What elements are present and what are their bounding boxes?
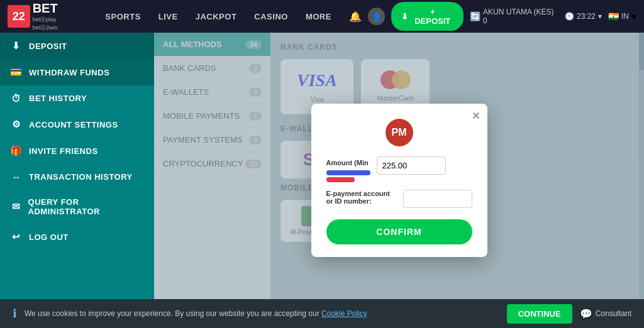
logo[interactable]: 22 BET betⒶplay betⒶ2win (8, 1, 82, 32)
chevron-down-icon[interactable]: ▾ (598, 12, 602, 21)
user-avatar[interactable]: 👤 (368, 8, 385, 25)
transfer-icon: ↔ (10, 172, 23, 182)
sidebar-item-invite-friends[interactable]: 🎁 INVITE FRIENDS (0, 138, 154, 164)
sidebar-item-withdraw[interactable]: 💳 WITHDRAW FUNDS (0, 59, 154, 85)
mail-icon: ✉ (10, 201, 22, 212)
pm-logo: PM (386, 119, 413, 146)
amount-bar-1 (326, 170, 370, 175)
sidebar-item-deposit[interactable]: ⬇ DEPOSIT (0, 33, 154, 59)
logout-icon: ↩ (10, 231, 23, 243)
gift-icon: 🎁 (10, 145, 23, 156)
amount-row: Amount (Min (326, 156, 472, 182)
sidebar-item-logout[interactable]: ↩ LOG OUT (0, 224, 154, 250)
info-icon: ℹ (13, 307, 17, 320)
pm-logo-container: PM (326, 119, 472, 146)
close-icon[interactable]: ✕ (472, 110, 480, 122)
cookie-bar: ℹ We use cookies to improve your experie… (0, 299, 644, 328)
chat-icon: 💬 (580, 308, 592, 320)
deposit-icon: ⬇ (10, 40, 23, 52)
history-icon: ⏱ (10, 93, 23, 104)
sidebar-item-bet-history[interactable]: ⏱ BET HISTORY (0, 85, 154, 111)
language-selector[interactable]: 🇮🇳 IN ▾ (608, 11, 636, 23)
akun-label: AKUN UTAMA (KES) 0 (483, 8, 558, 25)
time-display: 🕙 23:22 ▾ (565, 12, 602, 21)
confirm-button[interactable]: CONFIRM (326, 219, 472, 244)
modal-dialog: ✕ PM Amount (Min E-payment account or (311, 104, 487, 257)
sidebar-item-query-admin[interactable]: ✉ QUERY FOR ADMINISTRATOR (0, 190, 154, 224)
amount-input[interactable] (377, 156, 446, 175)
sidebar: ⬇ DEPOSIT 💳 WITHDRAW FUNDS ⏱ BET HISTORY… (0, 33, 154, 328)
sidebar-item-account-settings[interactable]: ⚙ ACCOUNT SETTINGS (0, 111, 154, 138)
refresh-icon[interactable]: 🔄 (470, 11, 480, 21)
header-right: 🔔 👤 ⬇ + DEPOSIT 🔄 AKUN UTAMA (KES) 0 🕙 2… (349, 2, 636, 31)
settings-icon: ⚙ (10, 119, 23, 130)
id-row: E-payment account or ID number: (326, 190, 472, 208)
main-nav: SPORTS LIVE JACKPOT CASINO MORE (97, 8, 339, 25)
nav-casino[interactable]: CASINO (247, 8, 296, 25)
cookie-policy-link[interactable]: Cookie Policy (321, 309, 367, 318)
modal-overlay: ✕ PM Amount (Min E-payment account or (154, 33, 644, 328)
nav-more[interactable]: MORE (298, 8, 339, 25)
main-layout: ⬇ DEPOSIT 💳 WITHDRAW FUNDS ⏱ BET HISTORY… (0, 33, 644, 328)
nav-jackpot[interactable]: JACKPOT (188, 8, 245, 25)
bell-icon[interactable]: 🔔 (349, 11, 362, 23)
deposit-button[interactable]: ⬇ + DEPOSIT (391, 2, 464, 31)
cookie-text: We use cookies to improve your experienc… (25, 309, 499, 318)
sidebar-item-transaction-history[interactable]: ↔ TRANSACTION HISTORY (0, 164, 154, 190)
amount-label: Amount (Min (326, 159, 369, 167)
id-label: E-payment account or ID number: (326, 190, 397, 205)
nav-live[interactable]: LIVE (151, 8, 186, 25)
consultant-button[interactable]: 💬 Consultant (580, 308, 631, 320)
logo-icon: 22 (8, 5, 30, 28)
id-input[interactable] (403, 190, 472, 208)
amount-bar-2 (326, 177, 355, 182)
refresh-area: 🔄 AKUN UTAMA (KES) 0 (470, 8, 558, 25)
deposit-icon: ⬇ (401, 12, 408, 21)
header: 22 BET betⒶplay betⒶ2win SPORTS LIVE JAC… (0, 0, 644, 33)
continue-button[interactable]: CONTINUE (507, 304, 572, 324)
amount-label-group: Amount (Min (326, 156, 370, 182)
main-content: ALL METHODS 34 BANK CARDS 2 E-WALLETS 3 … (154, 33, 644, 328)
clock-icon: 🕙 (565, 12, 574, 21)
lang-chevron-icon: ▾ (631, 11, 636, 23)
withdraw-icon: 💳 (10, 67, 23, 78)
logo-text: BET betⒶplay betⒶ2win (33, 1, 83, 32)
nav-sports[interactable]: SPORTS (97, 8, 148, 25)
flag-icon: 🇮🇳 (608, 11, 619, 21)
